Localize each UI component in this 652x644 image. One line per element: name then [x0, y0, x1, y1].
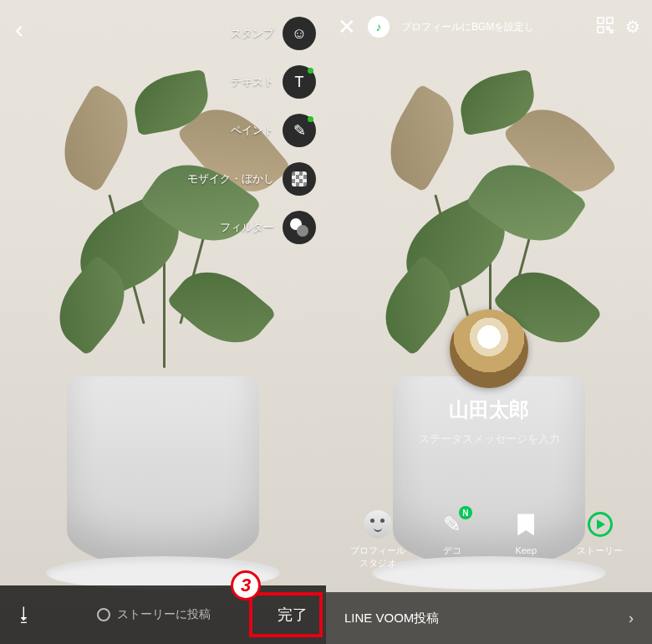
- story-icon: [585, 509, 615, 539]
- action-keep-label: Keep: [515, 544, 537, 556]
- action-profile-studio[interactable]: プロフィールスタジオ: [344, 509, 411, 569]
- face-icon: [363, 509, 393, 539]
- tool-column: スタンプ ☺ テキスト T ペイント ✎ モザイク・ぼかし フィルター: [187, 17, 316, 244]
- pencil-icon: ✎: [283, 114, 316, 147]
- topbar-right: ⚙: [597, 17, 640, 38]
- done-button[interactable]: 完了: [274, 600, 311, 630]
- bgm-hint[interactable]: プロフィールにBGMを設定し: [401, 20, 534, 34]
- tool-mosaic[interactable]: モザイク・ぼかし: [187, 162, 316, 196]
- radio-icon: [97, 608, 110, 621]
- svg-rect-2: [598, 27, 604, 33]
- svg-rect-1: [607, 18, 613, 23]
- voom-post-bar[interactable]: LINE VOOM投稿 ›: [326, 592, 652, 644]
- action-deco[interactable]: ✎ N デコ: [419, 509, 486, 569]
- editor-bottom-bar: ⭳ ストーリーに投稿 完了: [0, 585, 326, 644]
- status-message-input[interactable]: ステータスメッセージを入力: [419, 432, 560, 447]
- back-button[interactable]: ‹: [15, 15, 23, 43]
- chevron-right-icon: ›: [629, 610, 634, 627]
- filter-icon: [283, 211, 316, 244]
- tool-paint-label: ペイント: [231, 123, 274, 138]
- tool-mosaic-label: モザイク・ぼかし: [187, 171, 274, 187]
- mosaic-icon: [283, 162, 316, 196]
- action-story[interactable]: ストーリー: [567, 509, 634, 569]
- edit-screen: ‹ スタンプ ☺ テキスト T ペイント ✎ モザイク・ぼかし フィルター ⭳ …: [0, 0, 326, 644]
- new-badge: N: [459, 506, 472, 519]
- profile-screen: ✕ ♪ プロフィールにBGMを設定し ⚙ 山田太郎 ステータスメッセージを入力 …: [326, 0, 652, 644]
- text-icon: T: [283, 65, 316, 99]
- post-to-story-toggle[interactable]: ストーリーに投稿: [97, 607, 211, 622]
- username: 山田太郎: [449, 396, 529, 423]
- tool-paint[interactable]: ペイント ✎: [231, 114, 316, 147]
- tool-text[interactable]: テキスト T: [231, 65, 316, 99]
- topbar-left: ✕ ♪ プロフィールにBGMを設定し: [338, 14, 534, 40]
- svg-rect-0: [598, 18, 604, 23]
- smiley-icon: ☺: [283, 17, 316, 50]
- svg-rect-3: [607, 27, 609, 29]
- profile-topbar: ✕ ♪ プロフィールにBGMを設定し ⚙: [326, 0, 652, 54]
- settings-button[interactable]: ⚙: [625, 17, 640, 37]
- tool-filter-label: フィルター: [220, 220, 274, 235]
- action-deco-label: デコ: [443, 544, 461, 556]
- close-button[interactable]: ✕: [338, 14, 356, 40]
- qr-button[interactable]: [597, 17, 614, 38]
- profile-block: 山田太郎 ステータスメッセージを入力: [326, 309, 652, 447]
- pen-icon: ✎ N: [437, 509, 467, 539]
- action-story-label: ストーリー: [577, 544, 623, 556]
- avatar[interactable]: [450, 309, 528, 388]
- tool-filter[interactable]: フィルター: [220, 211, 316, 244]
- tool-text-label: テキスト: [231, 74, 274, 89]
- voom-label: LINE VOOM投稿: [344, 611, 439, 626]
- post-to-story-label: ストーリーに投稿: [117, 607, 211, 622]
- bookmark-icon: [511, 509, 541, 539]
- svg-rect-4: [610, 30, 613, 33]
- action-keep[interactable]: Keep: [492, 509, 559, 569]
- tool-stamp[interactable]: スタンプ ☺: [231, 17, 316, 50]
- music-icon[interactable]: ♪: [368, 16, 390, 38]
- profile-actions: プロフィールスタジオ ✎ N デコ Keep ストーリー: [326, 509, 652, 569]
- action-studio-label: プロフィールスタジオ: [350, 544, 405, 569]
- download-button[interactable]: ⭳: [15, 604, 33, 626]
- tool-stamp-label: スタンプ: [231, 26, 274, 41]
